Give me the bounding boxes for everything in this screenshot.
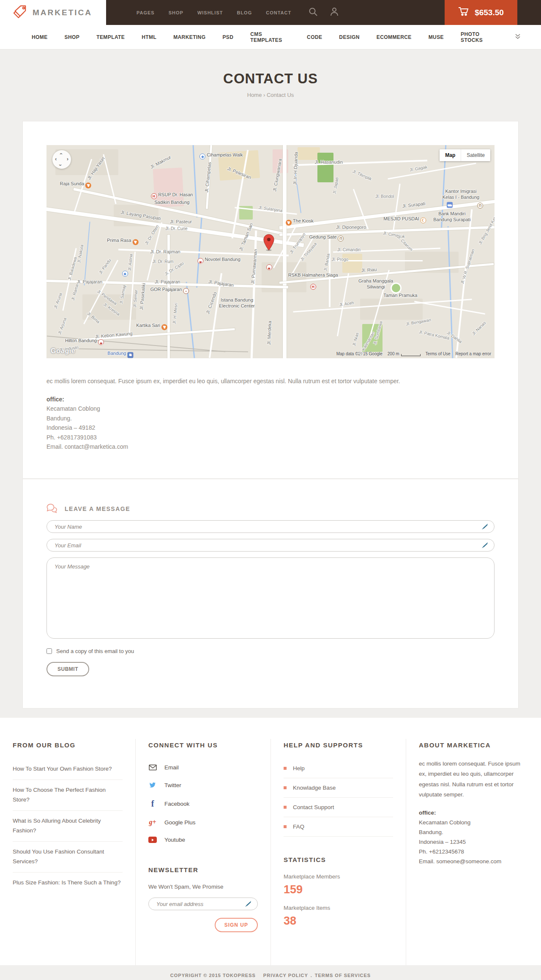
map-pan-control[interactable]: › › ‹ ›	[52, 150, 71, 169]
map-label: Jl. Nias	[351, 332, 360, 346]
cat-psd[interactable]: PSD	[222, 34, 233, 40]
train-icon: ≡	[127, 352, 133, 358]
help-link[interactable]: Help	[284, 759, 393, 778]
map-label: Taman Pramuka	[383, 292, 417, 298]
breadcrumb-home[interactable]: Home	[247, 92, 262, 98]
office-line: Bandung.	[419, 829, 443, 835]
office-line: Indonesia – 12345	[419, 839, 466, 845]
social-email-link[interactable]: Email	[148, 759, 258, 776]
map-road	[388, 163, 476, 180]
cart-button[interactable]: $653.50	[445, 0, 517, 25]
blog-post-link[interactable]: What is So Alluring About Celebrity Fash…	[13, 811, 123, 842]
social-googleplus-link[interactable]: g+ Google Plus	[148, 813, 258, 831]
help-link[interactable]: Contact Support	[284, 798, 393, 817]
logo[interactable]: MARKETICA	[0, 0, 106, 25]
cat-marketing[interactable]: MARKETING	[173, 34, 205, 40]
signup-button[interactable]: SIGN UP	[215, 918, 258, 932]
map-label: RSKB Halmahera Siaga	[288, 272, 338, 278]
newsletter-field-wrap	[148, 898, 258, 910]
name-input[interactable]	[46, 520, 495, 533]
contact-card: › › ‹ › Map Satellite Google Map data ©2…	[22, 121, 519, 479]
cat-code[interactable]: CODE	[307, 34, 322, 40]
blog-post-link[interactable]: How To Choose The Perfect Fashion Store?	[13, 780, 123, 811]
message-textarea[interactable]	[46, 557, 495, 639]
cat-cms-templates[interactable]: CMS TEMPLATES	[250, 31, 290, 43]
map-label: Jl. Nanas	[471, 320, 487, 337]
map-type-satellite-button[interactable]: Satellite	[461, 149, 490, 161]
pan-right-icon[interactable]: ›	[67, 156, 68, 162]
cat-home[interactable]: HOME	[32, 34, 48, 40]
map-river	[84, 222, 90, 286]
cat-design[interactable]: DESIGN	[339, 34, 359, 40]
map-label: Jl. Surapati	[402, 200, 426, 209]
privacy-policy-link[interactable]: PRIVACY POLICY	[263, 973, 308, 978]
help-heading: HELP AND SUPPORTS	[284, 741, 393, 749]
stat-label: Marketplace Members	[284, 873, 393, 880]
social-twitter-link[interactable]: Twitter	[148, 776, 258, 794]
map-scale: 200 m	[388, 351, 421, 356]
youtube-icon	[148, 837, 157, 843]
blog-post-link[interactable]: Should You Use Fashion Consultant Servic…	[13, 842, 123, 873]
map-label: Gedung Sate Π	[309, 234, 344, 242]
map-label: Jl. Dr. Rajiman	[150, 249, 180, 255]
nav-wishlist[interactable]: WISHLIST	[197, 10, 223, 15]
office-label: office:	[46, 396, 64, 403]
map-marker-pin[interactable]	[263, 234, 274, 253]
hotel-icon: ▄	[197, 258, 203, 264]
search-icon[interactable]	[308, 7, 318, 19]
pan-up-icon[interactable]: ›	[57, 153, 64, 154]
contact-intro-text: ec mollis lorem consequat. Fusce ipsum e…	[46, 378, 495, 384]
cat-template[interactable]: TEMPLATE	[96, 34, 125, 40]
facebook-icon: f	[148, 799, 157, 808]
nav-contact[interactable]: CONTACT	[266, 10, 291, 15]
chevron-down-icon[interactable]	[515, 33, 521, 41]
map-canvas[interactable]: › › ‹ › Map Satellite Google Map data ©2…	[46, 145, 495, 358]
cat-ecommerce[interactable]: ECOMMERCE	[377, 34, 412, 40]
nav-blog[interactable]: BLOG	[237, 10, 252, 15]
brand-name: MARKETICA	[33, 8, 92, 17]
page-title: CONTACT US	[0, 71, 541, 87]
map-label: Jl. Baladewa	[67, 256, 78, 281]
newsletter-email-input[interactable]	[148, 898, 258, 910]
help-link[interactable]: FAQ	[284, 817, 393, 837]
map-label: ◆	[122, 269, 128, 277]
cat-photo-stocks[interactable]: PHOTO STOCKS	[461, 31, 498, 43]
social-youtube-link[interactable]: Youtube	[148, 831, 258, 848]
copyright-text: COPYRIGHT © 2015 TOKOPRESS	[170, 973, 256, 978]
breadcrumb-current: Contact Us	[267, 92, 294, 98]
blog-post-link[interactable]: How To Start Your Own Fashion Store?	[13, 759, 123, 780]
map-type-map-button[interactable]: Map	[440, 149, 461, 161]
office-line: Ph. +6212345678	[419, 848, 464, 855]
nav-pages[interactable]: PAGES	[137, 10, 155, 15]
statistics-section: STATISTICS Marketplace Members 159 Marke…	[284, 856, 393, 928]
blog-post-link[interactable]: Plus Size Fashion: Is There Such a Thing…	[13, 873, 123, 893]
map-label: Jl. Patra Komala	[418, 329, 450, 341]
cat-muse[interactable]: MUSE	[429, 34, 444, 40]
cart-total: $653.50	[475, 8, 504, 17]
name-field-wrap	[46, 520, 495, 533]
map-report-link[interactable]: Report a map error	[456, 351, 491, 356]
help-link[interactable]: Knowladge Base	[284, 778, 393, 798]
submit-button[interactable]: SUBMIT	[46, 662, 89, 676]
map-terms-link[interactable]: Terms of Use	[426, 351, 451, 356]
map-type-toggle: Map Satellite	[440, 149, 490, 161]
social-facebook-link[interactable]: f Facebook	[148, 794, 258, 813]
terms-link[interactable]: TERMS OF SERVICES	[315, 973, 371, 978]
cat-shop[interactable]: SHOP	[65, 34, 80, 40]
nav-shop[interactable]: SHOP	[169, 10, 183, 15]
cat-html[interactable]: HTML	[142, 34, 156, 40]
dot-icon: ▪	[183, 288, 189, 294]
pan-down-icon[interactable]: ›	[57, 164, 64, 166]
map-label: Π	[477, 201, 483, 209]
map-label: Jl. Aceh	[339, 300, 354, 308]
hosp-icon: H	[151, 193, 157, 199]
about-text: ec mollis lorem consequat. Fusce ipsum e…	[419, 759, 528, 800]
email-input[interactable]	[46, 539, 495, 552]
pan-left-icon[interactable]: ‹	[55, 156, 57, 162]
footer-connect-column: CONNECT WITH US Email Twitter f Facebook	[135, 739, 270, 965]
breadcrumb-separator: ›	[263, 92, 265, 98]
send-copy-checkbox[interactable]	[46, 648, 52, 654]
user-icon[interactable]	[329, 7, 339, 19]
map-label: Kartika Sari Y	[136, 322, 167, 330]
connect-heading: CONNECT WITH US	[148, 741, 258, 749]
